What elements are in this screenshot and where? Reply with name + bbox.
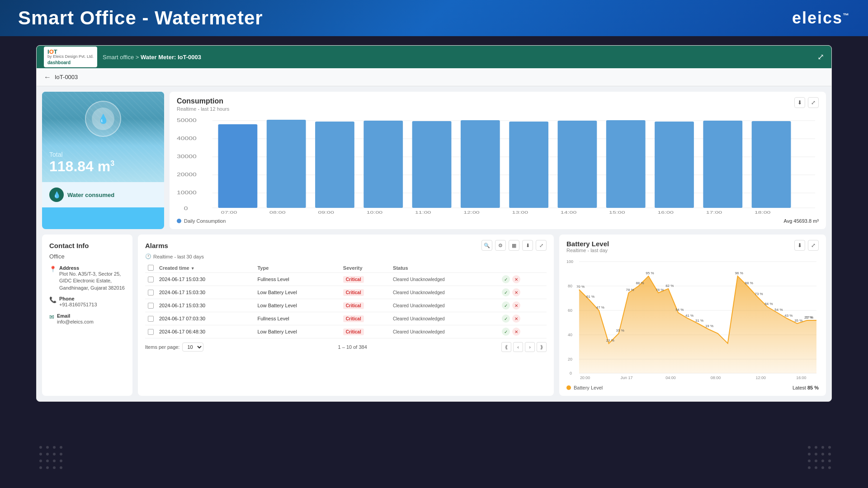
alarm-time-2: 2024-06-17 15:03:30 (156, 299, 255, 312)
ack-btn-3[interactable]: ✓ (502, 314, 510, 323)
per-page-select[interactable]: 10 25 50 (182, 343, 203, 352)
svg-text:19 %: 19 % (705, 324, 713, 328)
alarms-card: Alarms 🔍 ⚙ ▦ ⬇ ⤢ 🕐 Realtime - last 30 da… (138, 235, 554, 396)
row-checkbox-2[interactable] (148, 303, 154, 309)
svg-point-84 (60, 453, 62, 455)
row-checkbox-0[interactable] (148, 277, 154, 282)
clear-btn-1[interactable]: ✕ (512, 288, 520, 296)
nav-breadcrumb: Smart office > Water Meter: IoT-0003 (103, 54, 201, 61)
alarm-expand-btn[interactable]: ⤢ (536, 240, 547, 251)
table-row: 2024-06-17 15:03:30 Low Battery Level Cr… (145, 286, 547, 299)
svg-text:40000: 40000 (177, 136, 197, 141)
row-checkbox-3[interactable] (148, 316, 154, 322)
clock-icon: 🕐 (145, 253, 151, 259)
table-row: 2024-06-17 15:03:30 Low Battery Level Cr… (145, 299, 547, 312)
dots-decoration-left (36, 443, 63, 470)
battery-subtitle: Realtime - last day (566, 248, 609, 253)
table-row: 2024-06-17 15:03:30 Fullness Level Criti… (145, 273, 547, 286)
last-page-btn[interactable]: ⟫ (537, 342, 547, 352)
alarm-time-4: 2024-06-17 06:48:30 (156, 325, 255, 338)
battery-legend: Battery Level Latest 85 % (566, 385, 819, 390)
eleics-logo: eleics™ (792, 9, 850, 28)
next-page-btn[interactable]: › (525, 342, 535, 352)
clear-btn-0[interactable]: ✕ (512, 275, 520, 283)
battery-expand-btn[interactable]: ⤢ (808, 240, 819, 251)
expand-btn[interactable]: ⤢ (808, 97, 819, 108)
alarm-status-2: Cleared Unacknowledged (393, 303, 445, 308)
alarms-icons: 🔍 ⚙ ▦ ⬇ ⤢ (481, 240, 547, 251)
svg-text:30000: 30000 (177, 154, 197, 159)
svg-text:64 %: 64 % (764, 302, 773, 306)
svg-text:08:00: 08:00 (269, 210, 286, 215)
contact-title: Contact Info (49, 242, 125, 249)
svg-text:17:00: 17:00 (706, 210, 722, 215)
svg-text:12:00: 12:00 (463, 210, 480, 215)
water-image-bg: 💧 Total 118.84 m3 (42, 92, 164, 182)
back-button[interactable]: ← (44, 73, 51, 81)
alarm-severity-1: Critical (343, 289, 364, 296)
svg-text:18:00: 18:00 (755, 210, 771, 215)
col-severity[interactable]: Severity (340, 263, 390, 273)
svg-point-96 (828, 446, 831, 449)
chart-icons: ⬇ ⤢ (794, 97, 819, 108)
svg-rect-23 (752, 121, 791, 208)
download-btn[interactable]: ⬇ (794, 97, 805, 108)
svg-point-92 (60, 466, 62, 469)
bottom-row: Contact Info Office 📍 Address Plot No. A… (37, 235, 831, 401)
row-checkbox-1[interactable] (148, 290, 154, 296)
grid-btn[interactable]: ▦ (509, 240, 519, 251)
prev-page-btn[interactable]: ‹ (513, 342, 523, 352)
ack-btn-4[interactable]: ✓ (502, 328, 510, 336)
alarms-title: Alarms (145, 242, 168, 249)
svg-point-86 (46, 460, 49, 462)
alarm-time-0: 2024-06-17 15:03:30 (156, 273, 255, 286)
clear-btn-3[interactable]: ✕ (512, 314, 520, 323)
contact-card: Contact Info Office 📍 Address Plot No. A… (42, 235, 132, 396)
back-bar: ← IoT-0003 (37, 68, 831, 86)
ack-btn-0[interactable]: ✓ (502, 275, 510, 283)
battery-download-btn[interactable]: ⬇ (794, 240, 805, 251)
col-type[interactable]: Type (255, 263, 340, 273)
first-page-btn[interactable]: ⟪ (501, 342, 511, 352)
clear-btn-2[interactable]: ✕ (512, 301, 520, 310)
ack-btn-2[interactable]: ✓ (502, 301, 510, 310)
svg-text:80: 80 (568, 284, 572, 288)
address-value: Plot No. A35/T-3, Sector 25, GIDC Electr… (59, 271, 125, 291)
svg-text:09:00: 09:00 (318, 210, 334, 215)
email-value: info@eleics.com (57, 319, 94, 325)
svg-text:40: 40 (568, 333, 572, 337)
battery-chart-svg: 100 80 60 40 20 0 (566, 255, 819, 381)
consumption-chart-svg: 50000 40000 30000 20000 10000 0 (177, 115, 819, 215)
contact-email-field: ✉ Email info@eleics.com (49, 313, 125, 325)
alarms-realtime: 🕐 Realtime - last 30 days (145, 253, 547, 259)
legend-dot (177, 219, 181, 223)
svg-text:47 %: 47 % (596, 305, 604, 310)
filter-btn[interactable]: ⚙ (495, 240, 506, 251)
svg-point-101 (808, 460, 811, 462)
col-created-time[interactable]: Created time ▼ (156, 263, 255, 273)
contact-address-field: 📍 Address Plot No. A35/T-3, Sector 25, G… (49, 265, 125, 291)
svg-text:100: 100 (566, 259, 573, 264)
battery-header: Battery Level Realtime - last day ⬇ ⤢ (566, 240, 819, 253)
alarm-severity-0: Critical (343, 276, 364, 283)
water-icon: 💧 (49, 188, 64, 202)
svg-text:88 %: 88 % (636, 281, 644, 285)
svg-text:54 %: 54 % (675, 308, 684, 312)
svg-rect-20 (606, 120, 646, 208)
alarm-download-btn[interactable]: ⬇ (522, 240, 533, 251)
items-per-page: Items per page: 10 25 50 (145, 343, 203, 352)
search-btn[interactable]: 🔍 (481, 240, 492, 251)
col-status[interactable]: Status (390, 263, 499, 273)
ack-btn-1[interactable]: ✓ (502, 288, 510, 296)
expand-icon[interactable]: ⤢ (817, 52, 824, 62)
select-all-checkbox[interactable] (148, 265, 154, 271)
clear-btn-4[interactable]: ✕ (512, 328, 520, 336)
alarm-status-0: Cleared Unacknowledged (393, 277, 445, 282)
svg-text:88 %: 88 % (745, 281, 753, 285)
alarm-status-4: Cleared Unacknowledged (393, 329, 445, 334)
alarm-type-0: Fullness Level (255, 273, 340, 286)
water-consumed-label: Water consumed (67, 192, 114, 198)
legend-label: Daily Consumption (184, 218, 226, 224)
row-checkbox-4[interactable] (148, 329, 154, 335)
email-label: Email (57, 313, 94, 319)
